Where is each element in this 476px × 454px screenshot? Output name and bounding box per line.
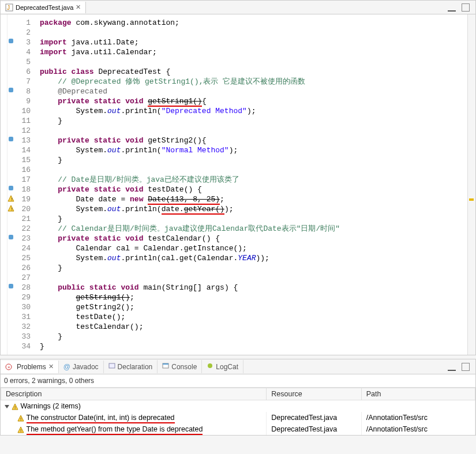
line-number: 16	[8, 165, 31, 175]
code-line[interactable]: }	[40, 263, 462, 273]
tab-javadoc[interactable]: @ Javadoc	[59, 361, 104, 373]
minimize-button[interactable]	[448, 363, 456, 371]
line-number: 6	[8, 67, 31, 77]
overview-marker[interactable]	[469, 198, 474, 201]
code-line[interactable]: @Deprecated	[40, 87, 462, 96]
svg-text:!: !	[10, 207, 13, 212]
code-line[interactable]: // @Deprecated 修饰 getString1(),表示 它是建议不被…	[40, 77, 462, 87]
problem-description: The constructor Date(int, int, int) is d…	[27, 414, 175, 423]
line-number: 8	[8, 87, 31, 96]
warning-marker-icon: !	[8, 205, 14, 212]
line-number: 21	[8, 214, 31, 224]
problem-resource: DeprecatedTest.java	[267, 412, 361, 423]
code-line[interactable]: import java.util.Calendar;	[40, 47, 462, 57]
line-number: 2	[8, 28, 31, 37]
tab-declaration[interactable]: Declaration	[104, 360, 158, 373]
panel-window-controls	[448, 363, 475, 371]
console-icon	[162, 362, 169, 371]
code-line[interactable]: System.out.println(cal.get(Calendar.YEAR…	[40, 253, 462, 263]
code-line[interactable]: // Calendar是日期/时间类。java建议使用Calendar取代Dat…	[40, 224, 462, 234]
overview-ruler	[467, 14, 475, 355]
override-marker	[9, 88, 13, 92]
code-line[interactable]: System.out.println("Deprecated Method");	[40, 106, 462, 116]
col-path[interactable]: Path	[361, 388, 475, 400]
line-number-gutter: 12345678910111213141516171819!20!2122232…	[8, 14, 34, 355]
code-line[interactable]: }	[40, 342, 462, 351]
code-line[interactable]: getString1();	[40, 292, 462, 302]
code-line[interactable]	[40, 57, 462, 67]
warning-icon: !	[17, 415, 24, 422]
code-line[interactable]	[40, 126, 462, 136]
line-number: 27	[8, 273, 31, 283]
override-marker	[9, 137, 13, 141]
override-marker	[9, 186, 13, 190]
code-editor[interactable]: 12345678910111213141516171819!20!2122232…	[1, 14, 475, 355]
tab-console[interactable]: Console	[158, 360, 202, 373]
code-line[interactable]: testCalendar();	[40, 322, 462, 332]
problems-panel: × Problems ✕ @ Javadoc Declaration Conso…	[0, 359, 476, 436]
problem-row[interactable]: !The constructor Date(int, int, int) is …	[1, 412, 475, 423]
code-line[interactable]	[40, 273, 462, 283]
code-line[interactable]: Calendar cal = Calendar.getInstance();	[40, 243, 462, 253]
code-line[interactable]: package com.skywang.annotation;	[40, 18, 462, 28]
line-number: 29	[8, 292, 31, 302]
maximize-button[interactable]	[462, 3, 470, 12]
warnings-group[interactable]: !Warnings (2 items)	[1, 400, 475, 412]
line-number: 19!	[8, 194, 31, 204]
declaration-icon	[108, 362, 115, 371]
code-line[interactable]: }	[40, 214, 462, 224]
problems-status: 0 errors, 2 warnings, 0 others	[1, 374, 475, 388]
svg-rect-8	[109, 363, 115, 368]
code-line[interactable]: System.out.println(date.getYear());	[40, 204, 462, 214]
code-line[interactable]: System.out.println("Normal Method");	[40, 145, 462, 155]
line-number: 28	[8, 283, 31, 292]
problem-row[interactable]: !The method getYear() from the type Date…	[1, 423, 475, 435]
maximize-button[interactable]	[462, 363, 470, 371]
code-content[interactable]: package com.skywang.annotation; import j…	[34, 14, 467, 355]
code-line[interactable]: }	[40, 116, 462, 126]
tab-problems[interactable]: × Problems ✕	[1, 361, 59, 373]
folding-ruler	[1, 14, 8, 355]
tab-label: Declaration	[118, 363, 153, 371]
code-line[interactable]	[40, 165, 462, 175]
col-description[interactable]: Description	[1, 388, 267, 400]
code-line[interactable]: private static void getString2(){	[40, 136, 462, 145]
warning-icon: !	[12, 403, 18, 410]
tab-label: Problems	[17, 363, 46, 371]
override-marker	[9, 39, 13, 43]
line-number: 15	[8, 155, 31, 165]
svg-text:!: !	[20, 428, 21, 433]
code-line[interactable]: private static void testDate() {	[40, 185, 462, 194]
line-number: 20!	[8, 204, 31, 214]
code-line[interactable]	[40, 28, 462, 37]
code-line[interactable]: getString2();	[40, 302, 462, 312]
code-line[interactable]: testDate();	[40, 312, 462, 322]
code-line[interactable]: }	[40, 155, 462, 165]
svg-text:!: !	[20, 417, 21, 422]
line-number: 3	[8, 37, 31, 47]
editor-tab-label: DeprecatedTest.java	[16, 4, 73, 11]
code-line[interactable]: }	[40, 332, 462, 342]
override-marker	[9, 284, 13, 288]
code-line[interactable]: private static void getString1(){	[40, 96, 462, 106]
code-line[interactable]: public static void main(String[] args) {	[40, 283, 462, 292]
line-number: 26	[8, 263, 31, 273]
minimize-button[interactable]	[448, 3, 456, 12]
close-icon[interactable]: ✕	[48, 363, 54, 370]
code-line[interactable]: private static void testCalendar() {	[40, 234, 462, 243]
col-resource[interactable]: Resource	[267, 388, 361, 400]
editor-window-controls	[448, 3, 475, 12]
code-line[interactable]: import java.util.Date;	[40, 37, 462, 47]
collapse-icon[interactable]	[5, 405, 9, 408]
line-number: 31	[8, 312, 31, 322]
svg-text:J: J	[7, 5, 10, 11]
line-number: 10	[8, 106, 31, 116]
line-number: 12	[8, 126, 31, 136]
code-line[interactable]: // Date是日期/时间类。java已经不建议使用该类了	[40, 175, 462, 185]
code-line[interactable]: public class DeprecatedTest {	[40, 67, 462, 77]
tab-logcat[interactable]: LogCat	[202, 360, 243, 373]
editor-tab-deprecatedtest[interactable]: J DeprecatedTest.java ✕	[1, 2, 86, 13]
svg-text:!: !	[14, 405, 16, 410]
close-icon[interactable]: ✕	[76, 3, 81, 11]
code-line[interactable]: Date date = new Date(113, 8, 25);	[40, 194, 462, 204]
